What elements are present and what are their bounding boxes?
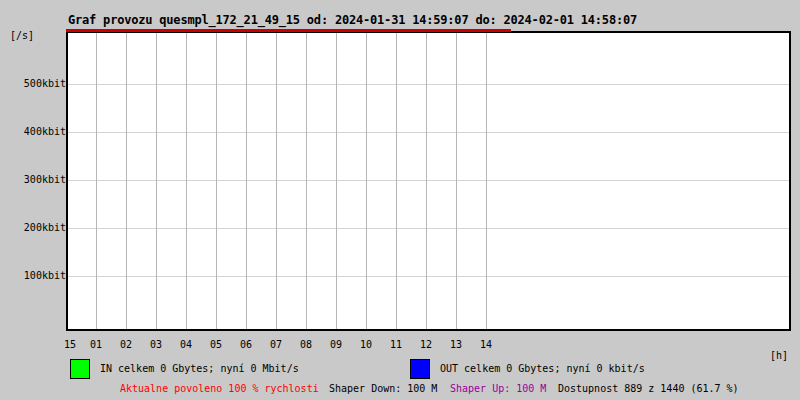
y-tick-label: 200kbit <box>4 222 66 234</box>
v-gridline <box>276 33 277 329</box>
x-tick-label: 05 <box>210 339 222 351</box>
in-legend-label: IN celkem 0 Gbytes; nyní 0 Mbit/s <box>100 363 299 375</box>
traffic-graph-page: Graf provozu quesmpl_172_21_49_15 od: 20… <box>0 0 800 400</box>
chart-title: Graf provozu quesmpl_172_21_49_15 od: 20… <box>68 13 637 27</box>
v-gridline <box>126 33 127 329</box>
x-tick-label: 01 <box>90 339 102 351</box>
shaper-up-label: Shaper Up: 100 M <box>450 383 546 395</box>
v-gridline <box>306 33 307 329</box>
v-gridline <box>396 33 397 329</box>
x-tick-label: 02 <box>120 339 132 351</box>
availability-bar <box>66 29 511 32</box>
y-tick-label: 300kbit <box>4 174 66 186</box>
v-gridline <box>486 33 487 329</box>
plot-area <box>66 31 791 331</box>
v-gridline <box>336 33 337 329</box>
x-tick-label: 09 <box>330 339 342 351</box>
h-gridline <box>68 276 789 277</box>
x-tick-label: 07 <box>270 339 282 351</box>
v-gridline <box>96 33 97 329</box>
y-axis-unit-label: [/s] <box>10 30 34 42</box>
h-gridline <box>68 132 789 133</box>
y-tick-label: 100kbit <box>4 270 66 282</box>
x-tick-label: 11 <box>390 339 402 351</box>
x-tick-label: 10 <box>360 339 372 351</box>
v-gridline <box>156 33 157 329</box>
in-legend-swatch <box>70 359 90 379</box>
h-gridline <box>68 228 789 229</box>
v-gridline <box>246 33 247 329</box>
y-tick-label: 400kbit <box>4 126 66 138</box>
h-gridline <box>68 180 789 181</box>
x-tick-label: 04 <box>180 339 192 351</box>
v-gridline <box>456 33 457 329</box>
x-tick-label: 13 <box>450 339 462 351</box>
x-tick-label: 08 <box>300 339 312 351</box>
x-tick-label: 15 <box>64 339 76 351</box>
x-axis-unit-label: [h] <box>770 350 788 362</box>
allowed-speed-label: Aktualne povoleno 100 % rychlosti <box>120 383 319 395</box>
x-tick-label: 03 <box>150 339 162 351</box>
v-gridline <box>366 33 367 329</box>
x-tick-label: 06 <box>240 339 252 351</box>
out-legend-label: OUT celkem 0 Gbytes; nyní 0 kbit/s <box>440 363 645 375</box>
v-gridline <box>426 33 427 329</box>
x-tick-label: 14 <box>480 339 492 351</box>
v-gridline <box>186 33 187 329</box>
out-legend-swatch <box>410 359 430 379</box>
v-gridline <box>216 33 217 329</box>
availability-label: Dostupnost 889 z 1440 (61.7 %) <box>558 383 739 395</box>
x-tick-label: 12 <box>420 339 432 351</box>
h-gridline <box>68 84 789 85</box>
y-tick-label: 500kbit <box>4 78 66 90</box>
shaper-down-label: Shaper Down: 100 M <box>329 383 437 395</box>
